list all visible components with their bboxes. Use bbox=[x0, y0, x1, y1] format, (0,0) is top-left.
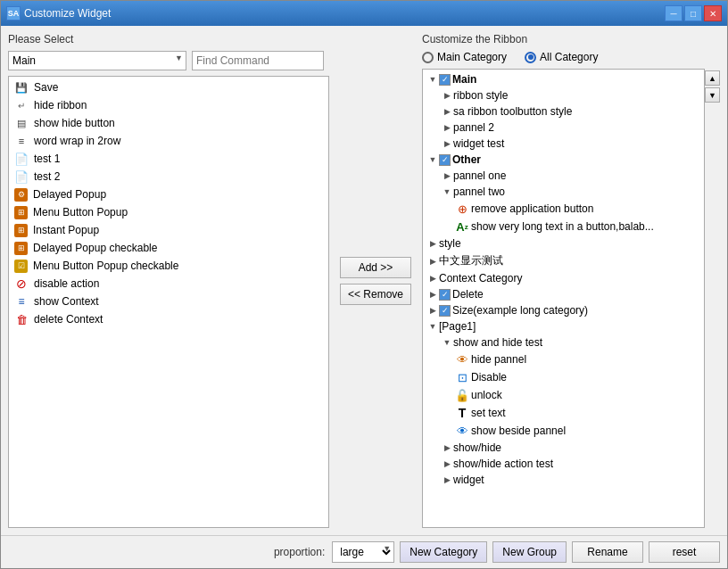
tree-item-label: style bbox=[439, 237, 461, 250]
list-item[interactable]: ⚙ Delayed Popup bbox=[9, 186, 328, 203]
tree-item[interactable]: ▶ show/hide action test bbox=[423, 456, 704, 472]
list-item[interactable]: ↵ hide ribbon bbox=[9, 96, 328, 114]
find-command-input[interactable] bbox=[192, 51, 324, 70]
category-dropdown[interactable]: Main Other bbox=[8, 51, 186, 70]
del-ctx-icon: 🗑 bbox=[14, 312, 29, 326]
tree-item[interactable]: ▶ Context Category bbox=[423, 270, 704, 286]
expander-icon[interactable]: ▶ bbox=[441, 458, 453, 470]
scroll-down-button[interactable]: ▼ bbox=[705, 87, 720, 103]
tree-item[interactable]: Az show very long text in a button,balab… bbox=[423, 218, 704, 235]
list-item-label: Instant Popup bbox=[33, 224, 99, 236]
tree-item[interactable]: ▶ widget bbox=[423, 472, 704, 488]
minimize-button[interactable]: ─ bbox=[665, 5, 682, 21]
tree-item[interactable]: ▶ style bbox=[423, 235, 704, 252]
tree-item[interactable]: ▼ pannel two bbox=[423, 184, 704, 200]
expander-icon[interactable]: ▶ bbox=[441, 474, 453, 486]
list-item-label: word wrap in 2row bbox=[34, 135, 120, 147]
list-item[interactable]: 💾 Save bbox=[9, 78, 328, 96]
tree-item-label: unlock bbox=[471, 389, 502, 401]
tree-item[interactable]: ▶ show/hide bbox=[423, 440, 704, 456]
tree-item-icon: ⊕ bbox=[455, 202, 469, 216]
radio-row: Main Category All Category bbox=[422, 51, 720, 63]
expander-icon[interactable]: ▼ bbox=[426, 320, 439, 333]
tree-item[interactable]: ▶ pannel 2 bbox=[423, 120, 704, 136]
list-item[interactable]: ⊞ Menu Button Popup bbox=[9, 203, 328, 221]
right-content: ▼ ✓ Main ▶ ribbon style ▶ sa ribbon tool… bbox=[422, 69, 720, 528]
expander-icon[interactable]: ▶ bbox=[426, 237, 439, 250]
expander-icon[interactable]: ▶ bbox=[426, 304, 439, 317]
tree-item[interactable]: ▶ 中文显示测试 bbox=[423, 252, 704, 270]
maximize-button[interactable]: □ bbox=[684, 5, 702, 21]
expander-icon[interactable]: ▼ bbox=[441, 336, 453, 349]
reset-button[interactable]: reset bbox=[649, 541, 720, 563]
list-item[interactable]: ⊞ Instant Popup bbox=[9, 221, 328, 239]
expander-icon[interactable]: ▶ bbox=[441, 441, 453, 454]
expander-icon[interactable]: ▶ bbox=[441, 121, 453, 134]
list-item[interactable]: ▤ show hide button bbox=[9, 114, 328, 132]
command-list: 💾 Save ↵ hide ribbon ▤ show hide button … bbox=[8, 76, 329, 528]
tree-checkbox[interactable]: ✓ bbox=[439, 154, 451, 166]
expander-icon[interactable]: ▼ bbox=[426, 153, 439, 166]
tree-item-label: show and hide test bbox=[453, 336, 542, 349]
list-item-label: Delayed Popup bbox=[33, 188, 106, 201]
expander-icon[interactable]: ▶ bbox=[426, 255, 439, 268]
expander-icon[interactable]: ▶ bbox=[426, 288, 439, 301]
expander-icon[interactable]: ▶ bbox=[441, 105, 453, 118]
tree-item[interactable]: ▶ sa ribbon toolbutton style bbox=[423, 103, 704, 120]
radio-all-category[interactable]: All Category bbox=[525, 51, 598, 63]
ribbon-tree[interactable]: ▼ ✓ Main ▶ ribbon style ▶ sa ribbon tool… bbox=[422, 69, 705, 528]
list-item[interactable]: 🗑 delete Context bbox=[9, 310, 328, 328]
tree-item[interactable]: ▼ show and hide test bbox=[423, 334, 704, 350]
list-item-label: disable action bbox=[34, 277, 99, 290]
tree-item[interactable]: ⊡ Disable bbox=[423, 368, 704, 386]
tree-item[interactable]: ⊕ remove application button bbox=[423, 200, 704, 218]
tree-item[interactable]: ▼ ✓ Other bbox=[423, 152, 704, 168]
expander-icon[interactable]: ▶ bbox=[441, 169, 453, 182]
tree-item[interactable]: 👁 hide pannel bbox=[423, 350, 704, 368]
expander-icon[interactable]: ▼ bbox=[441, 186, 453, 198]
tree-item[interactable]: ▶ pannel one bbox=[423, 168, 704, 184]
radio-main-category[interactable]: Main Category bbox=[422, 51, 507, 63]
list-item[interactable]: ≡ word wrap in 2row bbox=[9, 132, 328, 150]
expander-icon[interactable]: ▶ bbox=[441, 137, 453, 150]
tree-item-label: widget test bbox=[453, 137, 504, 150]
tree-item[interactable]: T set text bbox=[423, 404, 704, 422]
tree-checkbox[interactable]: ✓ bbox=[439, 289, 451, 301]
tree-item[interactable]: ▼ ✓ Main bbox=[423, 71, 704, 87]
radio-main-label: Main Category bbox=[437, 51, 507, 63]
ribbon-label: Customize the Ribbon bbox=[422, 33, 720, 45]
tree-item[interactable]: 👁 show beside pannel bbox=[423, 422, 704, 440]
new-category-button[interactable]: New Category bbox=[400, 541, 487, 563]
main-window: SA Customize Widget ─ □ ✕ Please Select … bbox=[0, 0, 728, 569]
proportion-dropdown[interactable]: large medium small bbox=[332, 541, 394, 563]
delayed-popup-icon: ⚙ bbox=[14, 188, 28, 202]
remove-button[interactable]: << Remove bbox=[340, 284, 411, 305]
add-button[interactable]: Add >> bbox=[340, 257, 411, 278]
tree-checkbox[interactable]: ✓ bbox=[439, 74, 451, 86]
list-item-label: test 1 bbox=[34, 153, 60, 165]
expander-icon[interactable]: ▶ bbox=[441, 89, 453, 102]
scroll-up-button[interactable]: ▲ bbox=[705, 70, 720, 86]
close-button[interactable]: ✕ bbox=[704, 5, 722, 21]
list-item[interactable]: ⊘ disable action bbox=[9, 275, 328, 293]
tree-item-label: show very long text in a button,balab... bbox=[471, 220, 654, 233]
tree-item[interactable]: ▼ [Page1] bbox=[423, 318, 704, 334]
expander-icon[interactable]: ▼ bbox=[426, 73, 439, 86]
list-item[interactable]: ☑ Menu Button Popup checkable bbox=[9, 257, 328, 275]
list-item[interactable]: ⊞ Delayed Popup checkable bbox=[9, 239, 328, 257]
list-item[interactable]: ≡ show Context bbox=[9, 293, 328, 310]
tree-item[interactable]: ▶ ✓ Delete bbox=[423, 286, 704, 302]
tree-item[interactable]: ▶ widget test bbox=[423, 136, 704, 152]
list-item[interactable]: 📄 test 1 bbox=[9, 150, 328, 168]
tree-item[interactable]: ▶ ✓ Size(example long category) bbox=[423, 302, 704, 318]
list-item[interactable]: 📄 test 2 bbox=[9, 168, 328, 186]
rename-button[interactable]: Rename bbox=[572, 541, 643, 563]
tree-item-label: Delete bbox=[452, 288, 484, 301]
tree-item[interactable]: 🔓 unlock bbox=[423, 386, 704, 404]
expander-icon[interactable]: ▶ bbox=[426, 272, 439, 284]
tree-item-icon: T bbox=[455, 406, 469, 420]
tree-checkbox[interactable]: ✓ bbox=[439, 305, 451, 317]
test2-icon: 📄 bbox=[14, 169, 29, 184]
new-group-button[interactable]: New Group bbox=[492, 541, 567, 563]
tree-item[interactable]: ▶ ribbon style bbox=[423, 87, 704, 103]
